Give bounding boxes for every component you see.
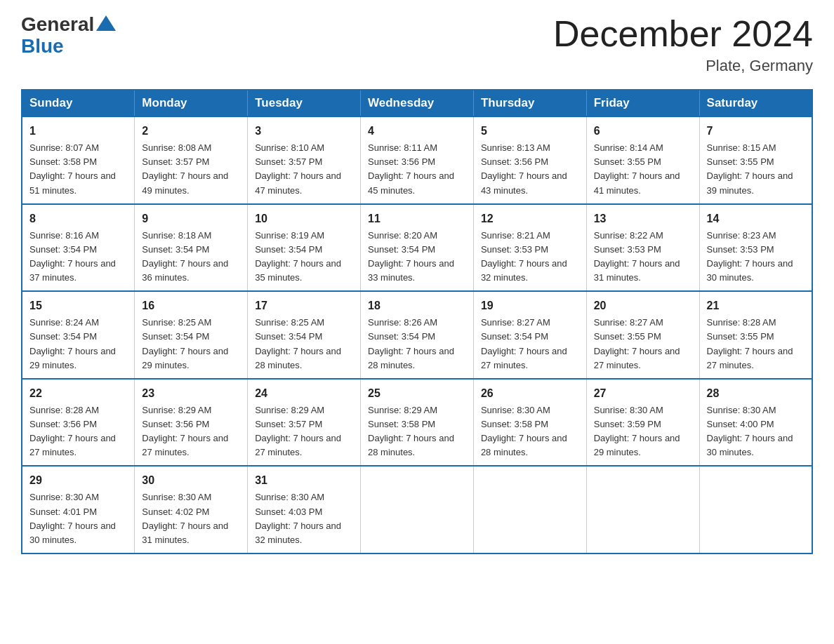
calendar-day-20: 20 Sunrise: 8:27 AMSunset: 3:55 PMDaylig…	[586, 291, 699, 379]
weekday-header-tuesday: Tuesday	[248, 90, 361, 116]
calendar-day-27: 27 Sunrise: 8:30 AMSunset: 3:59 PMDaylig…	[586, 379, 699, 467]
calendar-day-15: 15 Sunrise: 8:24 AMSunset: 3:54 PMDaylig…	[22, 291, 135, 379]
day-number: 12	[481, 210, 579, 227]
location-text: Plate, Germany	[553, 57, 813, 75]
calendar-day-1: 1 Sunrise: 8:07 AMSunset: 3:58 PMDayligh…	[22, 116, 135, 204]
day-info: Sunrise: 8:07 AMSunset: 3:58 PMDaylight:…	[29, 142, 116, 195]
day-number: 27	[594, 385, 692, 402]
day-info: Sunrise: 8:30 AMSunset: 4:00 PMDaylight:…	[707, 405, 793, 457]
calendar-day-26: 26 Sunrise: 8:30 AMSunset: 3:58 PMDaylig…	[473, 379, 586, 467]
calendar-day-14: 14 Sunrise: 8:23 AMSunset: 3:53 PMDaylig…	[699, 204, 812, 292]
day-info: Sunrise: 8:30 AMSunset: 3:59 PMDaylight:…	[594, 405, 680, 457]
day-number: 1	[29, 123, 127, 140]
day-number: 21	[707, 297, 805, 314]
calendar-day-6: 6 Sunrise: 8:14 AMSunset: 3:55 PMDayligh…	[586, 116, 699, 204]
day-info: Sunrise: 8:18 AMSunset: 3:54 PMDaylight:…	[142, 230, 228, 283]
calendar-day-13: 13 Sunrise: 8:22 AMSunset: 3:53 PMDaylig…	[586, 204, 699, 292]
calendar-day-empty	[586, 466, 699, 554]
day-info: Sunrise: 8:30 AMSunset: 3:58 PMDaylight:…	[481, 405, 567, 457]
day-number: 14	[707, 210, 805, 227]
day-number: 31	[255, 472, 353, 489]
day-number: 8	[29, 210, 127, 227]
day-info: Sunrise: 8:24 AMSunset: 3:54 PMDaylight:…	[29, 317, 116, 370]
day-number: 19	[481, 297, 579, 314]
day-number: 26	[481, 385, 579, 402]
day-number: 30	[142, 472, 240, 489]
day-number: 28	[707, 385, 805, 402]
day-number: 3	[255, 123, 353, 140]
day-number: 20	[594, 297, 692, 314]
day-info: Sunrise: 8:11 AMSunset: 3:56 PMDaylight:…	[368, 142, 454, 195]
day-info: Sunrise: 8:28 AMSunset: 3:56 PMDaylight:…	[29, 405, 116, 457]
day-info: Sunrise: 8:28 AMSunset: 3:55 PMDaylight:…	[707, 317, 793, 370]
calendar-day-2: 2 Sunrise: 8:08 AMSunset: 3:57 PMDayligh…	[135, 116, 248, 204]
calendar-week-1: 1 Sunrise: 8:07 AMSunset: 3:58 PMDayligh…	[22, 116, 812, 204]
day-info: Sunrise: 8:15 AMSunset: 3:55 PMDaylight:…	[707, 142, 793, 195]
day-info: Sunrise: 8:25 AMSunset: 3:54 PMDaylight:…	[255, 317, 341, 370]
calendar-day-4: 4 Sunrise: 8:11 AMSunset: 3:56 PMDayligh…	[361, 116, 474, 204]
day-number: 17	[255, 297, 353, 314]
day-number: 4	[368, 123, 466, 140]
day-info: Sunrise: 8:22 AMSunset: 3:53 PMDaylight:…	[594, 230, 680, 283]
day-number: 29	[29, 472, 127, 489]
calendar-day-28: 28 Sunrise: 8:30 AMSunset: 4:00 PMDaylig…	[699, 379, 812, 467]
day-info: Sunrise: 8:20 AMSunset: 3:54 PMDaylight:…	[368, 230, 454, 283]
calendar-day-23: 23 Sunrise: 8:29 AMSunset: 3:56 PMDaylig…	[135, 379, 248, 467]
day-number: 25	[368, 385, 466, 402]
calendar-day-10: 10 Sunrise: 8:19 AMSunset: 3:54 PMDaylig…	[248, 204, 361, 292]
page-header: General Blue December 2024 Plate, German…	[21, 14, 813, 75]
calendar-week-2: 8 Sunrise: 8:16 AMSunset: 3:54 PMDayligh…	[22, 204, 812, 292]
day-info: Sunrise: 8:16 AMSunset: 3:54 PMDaylight:…	[29, 230, 116, 283]
weekday-header-monday: Monday	[135, 90, 248, 116]
weekday-header-sunday: Sunday	[22, 90, 135, 116]
calendar-day-22: 22 Sunrise: 8:28 AMSunset: 3:56 PMDaylig…	[22, 379, 135, 467]
day-number: 5	[481, 123, 579, 140]
calendar-day-24: 24 Sunrise: 8:29 AMSunset: 3:57 PMDaylig…	[248, 379, 361, 467]
calendar-week-5: 29 Sunrise: 8:30 AMSunset: 4:01 PMDaylig…	[22, 466, 812, 554]
calendar-day-5: 5 Sunrise: 8:13 AMSunset: 3:56 PMDayligh…	[473, 116, 586, 204]
day-number: 15	[29, 297, 127, 314]
day-number: 18	[368, 297, 466, 314]
day-info: Sunrise: 8:25 AMSunset: 3:54 PMDaylight:…	[142, 317, 228, 370]
day-info: Sunrise: 8:19 AMSunset: 3:54 PMDaylight:…	[255, 230, 341, 283]
calendar-day-21: 21 Sunrise: 8:28 AMSunset: 3:55 PMDaylig…	[699, 291, 812, 379]
day-number: 6	[594, 123, 692, 140]
month-title: December 2024	[553, 14, 813, 54]
logo-general-text: General	[21, 14, 94, 36]
logo: General Blue	[21, 14, 116, 58]
calendar-day-empty	[361, 466, 474, 554]
calendar-day-9: 9 Sunrise: 8:18 AMSunset: 3:54 PMDayligh…	[135, 204, 248, 292]
day-info: Sunrise: 8:30 AMSunset: 4:01 PMDaylight:…	[29, 492, 116, 544]
day-info: Sunrise: 8:27 AMSunset: 3:54 PMDaylight:…	[481, 317, 567, 370]
calendar-day-16: 16 Sunrise: 8:25 AMSunset: 3:54 PMDaylig…	[135, 291, 248, 379]
day-number: 2	[142, 123, 240, 140]
weekday-header-thursday: Thursday	[473, 90, 586, 116]
calendar-day-8: 8 Sunrise: 8:16 AMSunset: 3:54 PMDayligh…	[22, 204, 135, 292]
day-info: Sunrise: 8:30 AMSunset: 4:02 PMDaylight:…	[142, 492, 228, 544]
day-info: Sunrise: 8:30 AMSunset: 4:03 PMDaylight:…	[255, 492, 341, 544]
logo-triangle-icon	[96, 15, 116, 31]
day-info: Sunrise: 8:29 AMSunset: 3:57 PMDaylight:…	[255, 405, 341, 457]
calendar-week-4: 22 Sunrise: 8:28 AMSunset: 3:56 PMDaylig…	[22, 379, 812, 467]
day-info: Sunrise: 8:29 AMSunset: 3:58 PMDaylight:…	[368, 405, 454, 457]
title-block: December 2024 Plate, Germany	[553, 14, 813, 75]
calendar-day-11: 11 Sunrise: 8:20 AMSunset: 3:54 PMDaylig…	[361, 204, 474, 292]
calendar-day-30: 30 Sunrise: 8:30 AMSunset: 4:02 PMDaylig…	[135, 466, 248, 554]
calendar-day-18: 18 Sunrise: 8:26 AMSunset: 3:54 PMDaylig…	[361, 291, 474, 379]
calendar-day-19: 19 Sunrise: 8:27 AMSunset: 3:54 PMDaylig…	[473, 291, 586, 379]
day-number: 10	[255, 210, 353, 227]
day-number: 11	[368, 210, 466, 227]
day-number: 22	[29, 385, 127, 402]
calendar-day-12: 12 Sunrise: 8:21 AMSunset: 3:53 PMDaylig…	[473, 204, 586, 292]
day-info: Sunrise: 8:13 AMSunset: 3:56 PMDaylight:…	[481, 142, 567, 195]
day-info: Sunrise: 8:08 AMSunset: 3:57 PMDaylight:…	[142, 142, 228, 195]
day-number: 13	[594, 210, 692, 227]
day-info: Sunrise: 8:23 AMSunset: 3:53 PMDaylight:…	[707, 230, 793, 283]
calendar-day-7: 7 Sunrise: 8:15 AMSunset: 3:55 PMDayligh…	[699, 116, 812, 204]
day-info: Sunrise: 8:29 AMSunset: 3:56 PMDaylight:…	[142, 405, 228, 457]
weekday-header-friday: Friday	[586, 90, 699, 116]
day-info: Sunrise: 8:10 AMSunset: 3:57 PMDaylight:…	[255, 142, 341, 195]
calendar-day-3: 3 Sunrise: 8:10 AMSunset: 3:57 PMDayligh…	[248, 116, 361, 204]
logo-blue-text: Blue	[21, 36, 64, 58]
day-number: 23	[142, 385, 240, 402]
